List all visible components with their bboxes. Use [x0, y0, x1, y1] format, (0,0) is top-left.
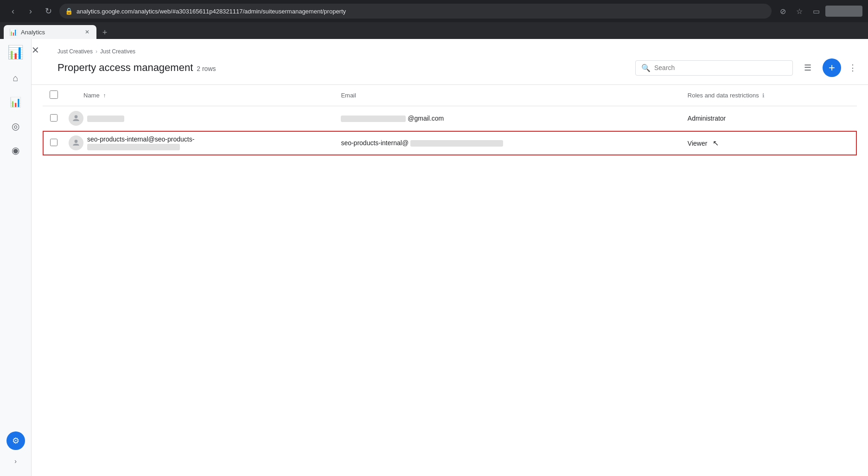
reload-button[interactable]: ↻ [41, 4, 56, 19]
table-container: Name ↑ Email Roles and data restrictions… [32, 85, 868, 476]
roles-header-label: Roles and data restrictions [688, 92, 759, 99]
sidebar-item-home[interactable]: ⌂ [5, 67, 27, 89]
email-header-label: Email [341, 92, 356, 99]
search-icon: 🔍 [641, 64, 651, 72]
row2-name-line2-blurred [87, 144, 180, 150]
settings-icon: ⚙ [12, 436, 19, 446]
url-text: analytics.google.com/analytics/web/#a303… [77, 8, 346, 15]
search-input[interactable] [654, 64, 787, 71]
search-box[interactable]: 🔍 [635, 60, 793, 76]
tab-close-button[interactable]: ✕ [83, 28, 91, 36]
row2-checkbox[interactable] [50, 139, 57, 146]
row2-role-cell: Viewer ↖ [684, 131, 857, 155]
header-row: Property access management 2 rows 🔍 ☰ + … [57, 58, 857, 84]
row1-name-blurred [87, 116, 124, 122]
row2-name-cell: seo-products-internal@seo-products- [65, 131, 337, 155]
browser-controls: ‹ › ↻ [6, 4, 56, 19]
name-header-label: Name [83, 92, 100, 99]
expand-icon: › [14, 457, 17, 465]
row2-checkbox-cell [43, 131, 65, 155]
row1-role: Administrator [688, 115, 726, 122]
row1-checkbox[interactable] [50, 114, 57, 122]
back-button[interactable]: ‹ [6, 4, 20, 19]
analytics-logo: 📊 [6, 43, 25, 61]
add-icon: + [829, 61, 835, 74]
breadcrumb-separator: › [96, 48, 97, 55]
cursor-indicator: ↖ [713, 139, 719, 148]
row1-email-cell: @gmail.com [337, 106, 683, 131]
row2-email-suffix-blurred [410, 140, 503, 147]
add-user-button[interactable]: + [823, 58, 841, 77]
sidebar-item-explore[interactable]: ◎ [5, 115, 27, 137]
breadcrumb-part2: Just Creatives [100, 48, 135, 55]
name-column-header[interactable]: Name ↑ [65, 85, 337, 106]
tab-favicon: 📊 [9, 28, 17, 36]
email-column-header: Email [337, 85, 683, 106]
row2-name: seo-products-internal@seo-products- [87, 135, 194, 150]
users-table: Name ↑ Email Roles and data restrictions… [43, 85, 857, 155]
reports-icon: 📊 [10, 96, 21, 108]
row1-avatar [69, 111, 83, 126]
row1-email-suffix: @gmail.com [408, 115, 444, 122]
logo-icon: 📊 [7, 45, 24, 60]
app-layout: 📊 ⌂ 📊 ◎ ◉ ⚙ › ✕ Just Creatives [0, 39, 868, 476]
browser-chrome: ‹ › ↻ 🔒 analytics.google.com/analytics/w… [0, 0, 868, 22]
page-title-area: Property access management 2 rows [57, 62, 216, 74]
expand-sidebar-button[interactable]: › [8, 454, 23, 469]
cast-icon[interactable]: ⊘ [775, 4, 790, 19]
row1-checkbox-cell [43, 106, 65, 131]
row1-name [87, 115, 124, 122]
active-tab[interactable]: 📊 Analytics ✕ [4, 25, 96, 39]
row1-role-cell: Administrator [684, 106, 857, 131]
breadcrumb: Just Creatives › Just Creatives [57, 48, 857, 55]
split-view-icon[interactable]: ▭ [809, 4, 823, 19]
row2-email-cell: seo-products-internal@ [337, 131, 683, 155]
forward-button[interactable]: › [23, 4, 38, 19]
filter-button[interactable]: ☰ [800, 59, 815, 77]
close-panel-button[interactable]: ✕ [32, 45, 39, 56]
header-checkbox-cell [43, 85, 65, 106]
select-all-checkbox[interactable] [50, 90, 58, 99]
advertising-icon: ◉ [12, 145, 19, 156]
more-options-button[interactable]: ⋮ [849, 63, 857, 73]
table-row[interactable]: @gmail.com Administrator [43, 106, 857, 131]
sidebar-item-reports[interactable]: 📊 [5, 91, 27, 113]
row-count: 2 rows [197, 65, 216, 72]
table-header-row: Name ↑ Email Roles and data restrictions… [43, 85, 857, 106]
row2-name-line1: seo-products-internal@seo-products- [87, 135, 194, 143]
explore-icon: ◎ [12, 121, 19, 132]
bookmark-icon[interactable]: ☆ [792, 4, 807, 19]
roles-column-header: Roles and data restrictions ℹ [684, 85, 857, 106]
sidebar-item-advertising[interactable]: ◉ [5, 139, 27, 161]
sidebar: 📊 ⌂ 📊 ◎ ◉ ⚙ › [0, 39, 32, 476]
sidebar-bottom: ⚙ › [6, 431, 25, 476]
svg-point-1 [75, 140, 78, 143]
home-icon: ⌂ [13, 73, 18, 84]
panel-header: ✕ Just Creatives › Just Creatives Proper… [32, 39, 868, 85]
new-tab-button[interactable]: + [98, 26, 111, 39]
tab-title: Analytics [21, 29, 80, 36]
settings-button[interactable]: ⚙ [6, 431, 25, 450]
row2-role: Viewer [688, 140, 708, 147]
row2-avatar [69, 135, 83, 150]
main-content: ✕ Just Creatives › Just Creatives Proper… [32, 39, 868, 476]
profile-button[interactable] [825, 6, 862, 17]
roles-info-icon[interactable]: ℹ [762, 92, 765, 99]
page-title: Property access management [57, 62, 193, 74]
browser-actions: ⊘ ☆ ▭ [775, 4, 862, 19]
row1-email-blurred [341, 116, 406, 122]
breadcrumb-part1: Just Creatives [57, 48, 93, 55]
address-bar[interactable]: 🔒 analytics.google.com/analytics/web/#a3… [59, 4, 772, 19]
row1-name-cell [65, 106, 337, 131]
svg-point-0 [75, 115, 78, 118]
sort-icon: ↑ [103, 92, 106, 99]
row2-email-prefix: seo-products-internal@ [341, 139, 408, 147]
tab-bar: 📊 Analytics ✕ + [0, 22, 868, 39]
lock-icon: 🔒 [65, 7, 73, 15]
table-row[interactable]: seo-products-internal@seo-products- seo-… [43, 131, 857, 155]
